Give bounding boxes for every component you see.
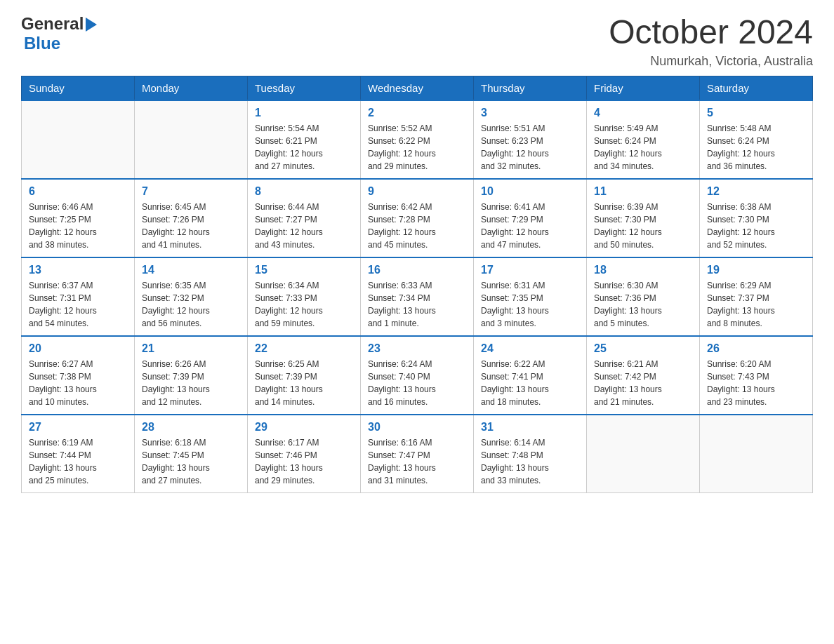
day-info: Sunrise: 6:17 AM Sunset: 7:46 PM Dayligh…	[255, 436, 353, 487]
day-info: Sunrise: 6:45 AM Sunset: 7:26 PM Dayligh…	[142, 201, 240, 251]
day-info: Sunrise: 6:39 AM Sunset: 7:30 PM Dayligh…	[594, 201, 692, 251]
day-number: 22	[255, 342, 353, 355]
day-info: Sunrise: 6:24 AM Sunset: 7:40 PM Dayligh…	[368, 358, 466, 408]
day-number: 30	[368, 421, 466, 434]
main-title: October 2024	[609, 14, 813, 51]
calendar-header-saturday: Saturday	[700, 76, 813, 100]
calendar-cell: 20Sunrise: 6:27 AM Sunset: 7:38 PM Dayli…	[22, 336, 135, 415]
calendar-cell: 31Sunrise: 6:14 AM Sunset: 7:48 PM Dayli…	[474, 415, 587, 493]
calendar-week-row: 20Sunrise: 6:27 AM Sunset: 7:38 PM Dayli…	[22, 336, 813, 415]
day-number: 27	[29, 421, 127, 434]
day-info: Sunrise: 5:49 AM Sunset: 6:24 PM Dayligh…	[594, 122, 692, 173]
logo-triangle-icon	[86, 18, 97, 32]
day-info: Sunrise: 6:14 AM Sunset: 7:48 PM Dayligh…	[481, 436, 579, 487]
calendar-cell: 2Sunrise: 5:52 AM Sunset: 6:22 PM Daylig…	[361, 100, 474, 179]
day-info: Sunrise: 6:27 AM Sunset: 7:38 PM Dayligh…	[29, 358, 127, 408]
calendar-cell	[587, 415, 700, 493]
calendar-header-wednesday: Wednesday	[361, 76, 474, 100]
calendar-cell: 10Sunrise: 6:41 AM Sunset: 7:29 PM Dayli…	[474, 179, 587, 257]
calendar-cell: 28Sunrise: 6:18 AM Sunset: 7:45 PM Dayli…	[135, 415, 248, 493]
calendar-cell: 30Sunrise: 6:16 AM Sunset: 7:47 PM Dayli…	[361, 415, 474, 493]
calendar-cell: 12Sunrise: 6:38 AM Sunset: 7:30 PM Dayli…	[700, 179, 813, 257]
day-number: 5	[707, 107, 805, 119]
calendar-cell: 19Sunrise: 6:29 AM Sunset: 7:37 PM Dayli…	[700, 257, 813, 336]
day-number: 15	[255, 264, 353, 276]
calendar-week-row: 6Sunrise: 6:46 AM Sunset: 7:25 PM Daylig…	[22, 179, 813, 257]
day-number: 4	[594, 107, 692, 119]
day-info: Sunrise: 6:22 AM Sunset: 7:41 PM Dayligh…	[481, 358, 579, 408]
day-number: 31	[481, 421, 579, 434]
calendar-cell: 1Sunrise: 5:54 AM Sunset: 6:21 PM Daylig…	[248, 100, 361, 179]
day-number: 25	[594, 342, 692, 355]
day-info: Sunrise: 5:54 AM Sunset: 6:21 PM Dayligh…	[255, 122, 353, 173]
day-number: 1	[255, 107, 353, 119]
calendar-cell: 27Sunrise: 6:19 AM Sunset: 7:44 PM Dayli…	[22, 415, 135, 493]
calendar-cell: 26Sunrise: 6:20 AM Sunset: 7:43 PM Dayli…	[700, 336, 813, 415]
day-info: Sunrise: 6:30 AM Sunset: 7:36 PM Dayligh…	[594, 279, 692, 330]
day-number: 24	[481, 342, 579, 355]
calendar-cell: 6Sunrise: 6:46 AM Sunset: 7:25 PM Daylig…	[22, 179, 135, 257]
calendar-cell: 22Sunrise: 6:25 AM Sunset: 7:39 PM Dayli…	[248, 336, 361, 415]
logo-general-text: General	[21, 14, 84, 34]
calendar-cell: 11Sunrise: 6:39 AM Sunset: 7:30 PM Dayli…	[587, 179, 700, 257]
day-info: Sunrise: 5:48 AM Sunset: 6:24 PM Dayligh…	[707, 122, 805, 173]
day-number: 11	[594, 185, 692, 198]
day-info: Sunrise: 6:29 AM Sunset: 7:37 PM Dayligh…	[707, 279, 805, 330]
day-number: 10	[481, 185, 579, 198]
day-info: Sunrise: 6:35 AM Sunset: 7:32 PM Dayligh…	[142, 279, 240, 330]
day-info: Sunrise: 5:51 AM Sunset: 6:23 PM Dayligh…	[481, 122, 579, 173]
day-number: 20	[29, 342, 127, 355]
calendar-cell: 17Sunrise: 6:31 AM Sunset: 7:35 PM Dayli…	[474, 257, 587, 336]
day-number: 8	[255, 185, 353, 198]
calendar-header-monday: Monday	[135, 76, 248, 100]
calendar-cell: 18Sunrise: 6:30 AM Sunset: 7:36 PM Dayli…	[587, 257, 700, 336]
calendar-cell: 21Sunrise: 6:26 AM Sunset: 7:39 PM Dayli…	[135, 336, 248, 415]
title-section: October 2024 Numurkah, Victoria, Austral…	[609, 14, 813, 69]
day-number: 3	[481, 107, 579, 119]
calendar-header-row: SundayMondayTuesdayWednesdayThursdayFrid…	[22, 76, 813, 100]
calendar-header-tuesday: Tuesday	[248, 76, 361, 100]
day-number: 12	[707, 185, 805, 198]
calendar-cell: 15Sunrise: 6:34 AM Sunset: 7:33 PM Dayli…	[248, 257, 361, 336]
day-info: Sunrise: 6:31 AM Sunset: 7:35 PM Dayligh…	[481, 279, 579, 330]
calendar-cell: 5Sunrise: 5:48 AM Sunset: 6:24 PM Daylig…	[700, 100, 813, 179]
day-info: Sunrise: 6:33 AM Sunset: 7:34 PM Dayligh…	[368, 279, 466, 330]
day-info: Sunrise: 6:18 AM Sunset: 7:45 PM Dayligh…	[142, 436, 240, 487]
day-number: 26	[707, 342, 805, 355]
calendar-cell	[700, 415, 813, 493]
day-info: Sunrise: 6:20 AM Sunset: 7:43 PM Dayligh…	[707, 358, 805, 408]
calendar-cell: 9Sunrise: 6:42 AM Sunset: 7:28 PM Daylig…	[361, 179, 474, 257]
page-header: General Blue October 2024 Numurkah, Vict…	[21, 14, 813, 69]
day-info: Sunrise: 6:38 AM Sunset: 7:30 PM Dayligh…	[707, 201, 805, 251]
day-info: Sunrise: 6:25 AM Sunset: 7:39 PM Dayligh…	[255, 358, 353, 408]
day-number: 21	[142, 342, 240, 355]
calendar-header-friday: Friday	[587, 76, 700, 100]
day-info: Sunrise: 6:42 AM Sunset: 7:28 PM Dayligh…	[368, 201, 466, 251]
day-info: Sunrise: 6:41 AM Sunset: 7:29 PM Dayligh…	[481, 201, 579, 251]
day-number: 16	[368, 264, 466, 276]
day-info: Sunrise: 6:26 AM Sunset: 7:39 PM Dayligh…	[142, 358, 240, 408]
calendar-header-sunday: Sunday	[22, 76, 135, 100]
calendar-cell: 16Sunrise: 6:33 AM Sunset: 7:34 PM Dayli…	[361, 257, 474, 336]
day-info: Sunrise: 6:16 AM Sunset: 7:47 PM Dayligh…	[368, 436, 466, 487]
calendar-week-row: 13Sunrise: 6:37 AM Sunset: 7:31 PM Dayli…	[22, 257, 813, 336]
day-number: 7	[142, 185, 240, 198]
calendar-cell: 13Sunrise: 6:37 AM Sunset: 7:31 PM Dayli…	[22, 257, 135, 336]
day-info: Sunrise: 5:52 AM Sunset: 6:22 PM Dayligh…	[368, 122, 466, 173]
logo-blue-text: Blue	[24, 34, 60, 53]
day-number: 29	[255, 421, 353, 434]
calendar-cell: 29Sunrise: 6:17 AM Sunset: 7:46 PM Dayli…	[248, 415, 361, 493]
day-info: Sunrise: 6:37 AM Sunset: 7:31 PM Dayligh…	[29, 279, 127, 330]
day-number: 17	[481, 264, 579, 276]
subtitle: Numurkah, Victoria, Australia	[609, 54, 813, 69]
day-number: 28	[142, 421, 240, 434]
day-number: 18	[594, 264, 692, 276]
day-number: 14	[142, 264, 240, 276]
calendar-cell: 25Sunrise: 6:21 AM Sunset: 7:42 PM Dayli…	[587, 336, 700, 415]
day-info: Sunrise: 6:46 AM Sunset: 7:25 PM Dayligh…	[29, 201, 127, 251]
calendar-table: SundayMondayTuesdayWednesdayThursdayFrid…	[21, 76, 813, 493]
day-number: 2	[368, 107, 466, 119]
calendar-cell	[22, 100, 135, 179]
day-info: Sunrise: 6:44 AM Sunset: 7:27 PM Dayligh…	[255, 201, 353, 251]
calendar-cell	[135, 100, 248, 179]
